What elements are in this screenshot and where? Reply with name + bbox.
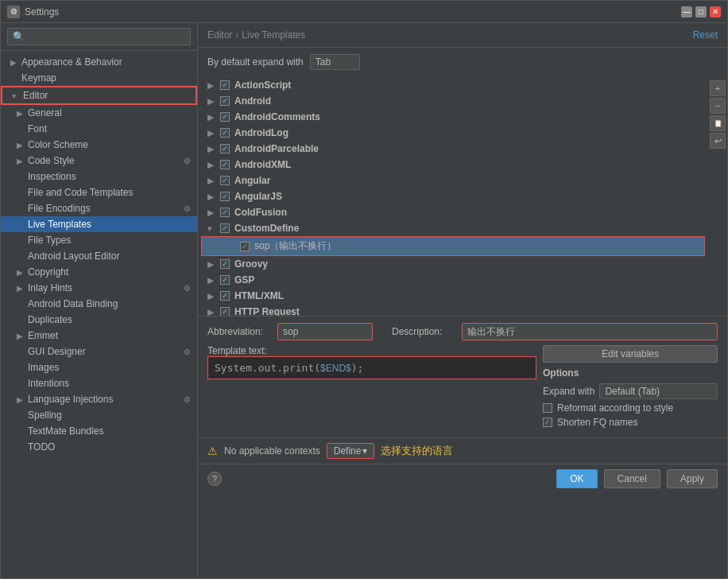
sidebar-item-inlay-hints[interactable]: ▶ Inlay Hints ⚙ [1,280,197,296]
arrow-icon: ▶ [17,332,25,340]
sidebar-item-live-templates[interactable]: Live Templates [1,216,197,232]
sidebar-item-copyright[interactable]: ▶ Copyright [1,264,197,280]
sidebar-item-label: Code Style [28,155,75,166]
sidebar-item-appearance[interactable]: ▶ Appearance & Behavior [1,54,197,70]
edit-variables-button[interactable]: Edit variables [543,345,718,363]
group-checkbox[interactable] [220,291,230,301]
template-group-angularjs[interactable]: ▶ AngularJS [198,188,708,204]
group-checkbox[interactable] [220,208,230,217]
arrow-icon: ▶ [17,268,25,277]
help-button[interactable]: ? [207,472,222,486]
description-input[interactable] [462,323,718,340]
expand-with-select[interactable]: Default (Tab) Tab Enter Space [599,383,718,399]
sidebar-item-file-types[interactable]: File Types [1,232,197,248]
sidebar-item-label: Android Layout Editor [28,251,119,262]
sidebar-item-general[interactable]: ▶ General [1,105,197,121]
cancel-button[interactable]: Cancel [604,469,660,488]
sidebar-item-android-data[interactable]: Android Data Binding [1,296,197,312]
sidebar-item-font[interactable]: Font [1,121,197,137]
template-group-coldfusion[interactable]: ▶ ColdFusion [198,204,708,220]
group-checkbox[interactable] [220,307,230,316]
item-checkbox[interactable] [240,242,250,251]
close-button[interactable]: ✕ [710,6,721,17]
shorten-checkbox[interactable] [543,418,552,427]
apply-button[interactable]: Apply [667,469,718,488]
maximize-button[interactable]: □ [695,6,707,17]
abbreviation-row: Abbreviation: Description: [207,323,718,340]
app-icon: ⚙ [7,6,20,18]
title-bar: ⚙ Settings — □ ✕ [1,1,727,23]
template-item-sop[interactable]: sop（输出不换行） [201,236,705,256]
abbreviation-input[interactable] [277,323,373,340]
sidebar-item-keymap[interactable]: Keymap [1,70,197,86]
template-group-customdefine[interactable]: ▾ CustomDefine [198,220,708,236]
reformat-checkbox[interactable] [543,403,552,413]
sidebar-item-code-style[interactable]: ▶ Code Style ⚙ [1,153,197,169]
template-group-httprequest[interactable]: ▶ HTTP Request [198,304,708,316]
group-checkbox[interactable] [220,80,230,90]
left-panel: ▶ Appearance & Behavior Keymap ▾ Editor … [1,23,198,578]
sidebar-item-duplicates[interactable]: Duplicates [1,312,197,328]
group-label: HTTP Request [234,306,300,316]
sidebar-item-inspections[interactable]: Inspections [1,169,197,185]
group-checkbox[interactable] [220,144,230,153]
group-checkbox[interactable] [220,192,230,201]
sidebar-item-file-encodings[interactable]: File Encodings ⚙ [1,200,197,216]
sidebar-item-images[interactable]: Images [1,359,197,375]
template-group-actionscript[interactable]: ▶ ActionScript [198,77,708,93]
sidebar-item-textmate-bundles[interactable]: TextMate Bundles [1,423,197,439]
template-group-androidlog[interactable]: ▶ AndroidLog [198,125,708,141]
arrow-icon: ▾ [12,91,20,100]
minimize-button[interactable]: — [681,6,692,17]
template-group-htmlxml[interactable]: ▶ HTML/XML [198,288,708,304]
group-checkbox[interactable] [220,112,230,122]
main-content: ▶ Appearance & Behavior Keymap ▾ Editor … [1,23,727,578]
sidebar-item-android-layout[interactable]: Android Layout Editor [1,248,197,264]
template-group-gsp[interactable]: ▶ GSP [198,272,708,288]
group-arrow-icon: ▶ [207,161,215,169]
template-group-groovy[interactable]: ▶ Groovy [198,256,708,272]
group-arrow-icon: ▶ [207,97,215,106]
breadcrumb-separator: › [235,29,238,41]
badge-icon: ⚙ [184,204,191,213]
group-checkbox[interactable] [220,223,230,233]
add-button[interactable]: + [710,80,726,96]
sidebar-item-label: Spelling [28,410,62,421]
restore-button[interactable]: ↩ [710,133,726,149]
template-group-androidparcelable[interactable]: ▶ AndroidParcelable [198,141,708,157]
group-checkbox[interactable] [220,128,230,138]
template-group-angular[interactable]: ▶ Angular [198,173,708,188]
sidebar-item-label: File Types [28,235,71,246]
expand-select[interactable]: Tab Enter Space [310,54,360,70]
sidebar-item-editor[interactable]: ▾ Editor [1,86,197,105]
search-input[interactable] [7,28,191,45]
reset-button[interactable]: Reset [693,29,718,41]
define-arrow-icon: ▾ [362,445,367,457]
group-checkbox[interactable] [220,160,230,169]
template-group-androidcomments[interactable]: ▶ AndroidComments [198,109,708,125]
sidebar-item-file-code-templates[interactable]: File and Code Templates [1,185,197,200]
expand-with-row: Expand with Default (Tab) Tab Enter Spac… [543,383,718,399]
group-checkbox[interactable] [220,96,230,106]
settings-window: ⚙ Settings — □ ✕ ▶ Appearance & Behavior [0,0,728,579]
search-bar [1,23,197,51]
group-checkbox[interactable] [220,259,230,269]
sidebar-item-spelling[interactable]: Spelling [1,407,197,423]
group-arrow-icon: ▶ [207,208,215,217]
remove-button[interactable]: − [710,98,726,114]
ok-button[interactable]: OK [556,469,597,488]
sidebar-item-emmet[interactable]: ▶ Emmet [1,328,197,344]
sidebar-item-language-injections[interactable]: ▶ Language Injections ⚙ [1,391,197,407]
sidebar-item-todo[interactable]: TODO [1,439,197,455]
template-group-android[interactable]: ▶ Android [198,93,708,109]
sidebar-item-gui-designer[interactable]: GUI Designer ⚙ [1,344,197,359]
copy-button[interactable]: 📋 [710,115,726,131]
define-button[interactable]: Define ▾ [327,443,375,459]
group-checkbox[interactable] [220,176,230,185]
group-checkbox[interactable] [220,275,230,285]
context-hint: 选择支持的语言 [381,444,453,458]
sidebar-item-intentions[interactable]: Intentions [1,375,197,391]
sidebar-item-color-scheme[interactable]: ▶ Color Scheme [1,137,197,153]
sidebar-item-label: Android Data Binding [28,298,118,309]
template-group-androidxml[interactable]: ▶ AndroidXML [198,157,708,173]
